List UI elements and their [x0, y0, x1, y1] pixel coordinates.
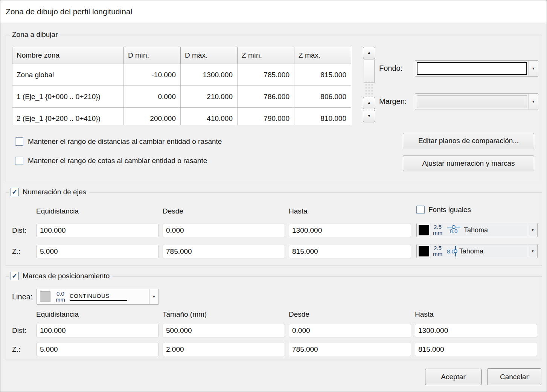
marcas-z-hasta-input[interactable] — [415, 343, 537, 356]
scroll-up-icon: ▲ — [367, 50, 371, 55]
font-dist-dropdown-button[interactable]: ▼ — [528, 223, 537, 237]
editar-planos-button[interactable]: Editar planos de comparación... — [403, 133, 534, 148]
scroll-down-icon: ▼ — [367, 114, 371, 118]
num-dist-equidistancia-input[interactable] — [37, 224, 159, 237]
cell-d-min: -10.000 — [124, 64, 181, 86]
line-width-unit: mm — [56, 297, 65, 303]
margen-dropdown-button[interactable]: ▼ — [529, 94, 538, 110]
scroll-up-button-2[interactable]: ▲ — [363, 97, 375, 109]
scroll-down-button[interactable]: ▼ — [363, 110, 375, 122]
font-z-dropdown-button[interactable]: ▼ — [528, 244, 537, 258]
line-style-select[interactable]: 0.0 mm CONTINUOUS ▼ — [37, 289, 159, 305]
col-label-equidistancia: Equidistancia — [36, 207, 79, 215]
font-select-z[interactable]: 2.5 mm 8.0 Tahoma ▼ — [416, 244, 538, 258]
table-row[interactable]: Zona global -10.000 1300.000 785.000 815… — [12, 64, 352, 86]
fonts-iguales-row[interactable]: Fonts iguales — [416, 206, 471, 214]
margen-label: Margen: — [379, 97, 407, 106]
marcas-posicionamiento-checkbox[interactable] — [11, 272, 19, 280]
scroll-up-button[interactable]: ▲ — [363, 47, 375, 59]
chevron-down-icon: ▼ — [531, 249, 535, 253]
col-label-equidistancia: Equidistancia — [36, 310, 79, 319]
marcas-z-tamano-input[interactable] — [163, 343, 285, 356]
scrollbar-thumb[interactable] — [364, 59, 375, 83]
zones-table-header: Nombre zona D mín. D máx. Z mín. Z máx. — [12, 47, 352, 64]
group-zona-a-dibujar: Zona a dibujar Nombre zona D mín. D máx.… — [6, 35, 542, 181]
font-select-dist[interactable]: 2.5 mm 8.0 Tahoma ▼ — [416, 223, 538, 237]
cell-z-max: 815.000 — [294, 64, 351, 86]
zones-table: Nombre zona D mín. D máx. Z mín. Z máx. … — [12, 47, 352, 125]
z-label: Z.: — [12, 345, 20, 354]
cell-z-min: 786.000 — [238, 86, 294, 108]
num-dist-hasta-input[interactable] — [289, 224, 411, 237]
cell-zone-name: Zona global — [12, 64, 124, 86]
margen-color-swatch — [417, 95, 527, 108]
pen-width-number: 2.5 — [434, 245, 442, 251]
marcas-dist-hasta-input[interactable] — [415, 324, 537, 337]
mantener-distancias-label: Mantener el rango de distancias al cambi… — [28, 137, 222, 146]
line-style-dropdown-button[interactable]: ▼ — [149, 289, 158, 304]
marcas-z-desde-input[interactable] — [289, 343, 411, 356]
fonts-iguales-checkbox[interactable] — [416, 206, 425, 214]
margen-color-select[interactable]: ▼ — [415, 93, 538, 110]
col-header-z-min[interactable]: Z mín. — [238, 47, 294, 64]
dialog-title: Zona de dibujo del perfil longitudinal — [6, 0, 132, 23]
cell-d-max: 210.000 — [181, 86, 238, 108]
chevron-down-icon: ▼ — [532, 67, 535, 70]
pen-width-unit: mm — [433, 230, 442, 236]
col-header-z-max[interactable]: Z máx. — [294, 47, 351, 64]
col-label-hasta: Hasta — [415, 310, 434, 319]
num-z-equidistancia-input[interactable] — [37, 245, 159, 258]
marcas-posicionamiento-legend: Marcas de posicionamiento — [23, 272, 110, 280]
mantener-distancias-checkbox[interactable] — [15, 137, 23, 146]
font-color-swatch — [419, 225, 429, 235]
mantener-cotas-label: Mantener el rango de cotas al cambiar en… — [28, 157, 207, 165]
chevron-down-icon: ▼ — [152, 295, 156, 299]
col-header-d-min[interactable]: D mín. — [124, 47, 181, 64]
num-dist-desde-input[interactable] — [163, 224, 285, 237]
fonts-iguales-label: Fonts iguales — [428, 206, 471, 214]
line-sample — [70, 300, 127, 301]
aceptar-button[interactable]: Aceptar — [425, 369, 481, 385]
col-label-desde: Desde — [289, 310, 309, 319]
dist-label: Dist: — [12, 326, 26, 335]
col-header-d-max[interactable]: D máx. — [181, 47, 238, 64]
cell-d-min: 0.000 — [124, 86, 181, 108]
pen-width-number: 2.5 — [434, 224, 442, 230]
marcas-z-equidistancia-input[interactable] — [37, 343, 159, 356]
fondo-label: Fondo: — [379, 64, 402, 73]
dist-label: Dist: — [12, 226, 26, 235]
cancelar-button[interactable]: Cancelar — [487, 368, 541, 385]
chevron-down-icon: ▼ — [531, 228, 535, 232]
num-z-hasta-input[interactable] — [289, 245, 411, 258]
marcas-dist-tamano-input[interactable] — [163, 324, 285, 337]
col-label-tamano: Tamaño (mm) — [163, 310, 207, 319]
cell-zone-name: 2 (Eje_1 {0+200 .. 0+410}) — [12, 108, 124, 125]
table-row[interactable]: 2 (Eje_1 {0+200 .. 0+410}) 200.000 410.0… — [12, 108, 352, 125]
cell-zone-name: 1 (Eje_1 {0+000 .. 0+210}) — [12, 86, 124, 108]
cell-z-max: 806.000 — [294, 86, 351, 108]
ajustar-numeracion-button[interactable]: Ajustar numeración y marcas — [403, 156, 534, 171]
cell-z-min: 785.000 — [238, 64, 294, 86]
checkbox-row-distancias[interactable]: Mantener el rango de distancias al cambi… — [15, 137, 222, 146]
col-header-nombre-zona[interactable]: Nombre zona — [12, 47, 124, 64]
num-z-desde-input[interactable] — [163, 245, 285, 258]
group-marcas-posicionamiento: Marcas de posicionamiento Linea: 0.0 mm … — [6, 276, 542, 360]
dialog-window: Zona de dibujo del perfil longitudinal Z… — [0, 0, 547, 392]
marcas-dist-desde-input[interactable] — [289, 324, 411, 337]
fondo-dropdown-button[interactable]: ▼ — [529, 61, 538, 76]
table-row[interactable]: 1 (Eje_1 {0+000 .. 0+210}) 0.000 210.000… — [12, 86, 352, 108]
font-name: Tahoma — [464, 226, 488, 234]
table-scrollbar: ▲ ▲ ▼ — [363, 47, 375, 123]
linea-label: Linea: — [12, 293, 33, 301]
cell-d-min: 200.000 — [124, 108, 181, 125]
group-numeracion-ejes: Numeración de ejes Equidistancia Desde H… — [6, 192, 542, 266]
z-label: Z.: — [12, 247, 20, 256]
vertical-text-icon: 8.0 — [447, 246, 456, 256]
line-width-value: 0.0 mm — [56, 291, 65, 303]
fondo-color-select[interactable]: ▼ — [415, 60, 538, 77]
checkbox-row-cotas[interactable]: Mantener el rango de cotas al cambiar en… — [15, 157, 207, 165]
col-label-hasta: Hasta — [289, 207, 308, 215]
numeracion-ejes-checkbox[interactable] — [11, 188, 19, 196]
marcas-dist-equidistancia-input[interactable] — [37, 324, 159, 337]
mantener-cotas-checkbox[interactable] — [15, 157, 23, 165]
